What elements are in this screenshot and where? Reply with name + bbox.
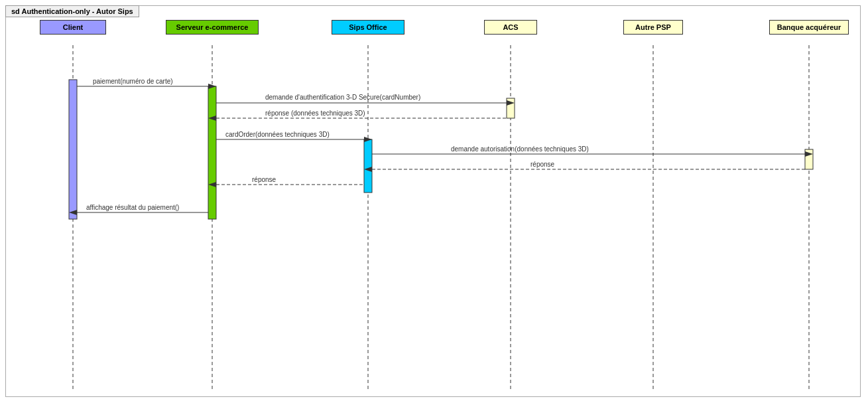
lifeline-serveur: Serveur e-commerce [166, 20, 259, 35]
lifeline-client: Client [40, 20, 106, 35]
diagram-border [5, 5, 861, 397]
lifeline-autre: Autre PSP [623, 20, 683, 35]
lifeline-banque: Banque acquéreur [769, 20, 849, 35]
lifeline-acs: ACS [484, 20, 537, 35]
diagram-container: sd Authentication-only - Autor Sips Clie… [0, 0, 868, 403]
title-bar: sd Authentication-only - Autor Sips [5, 5, 139, 17]
lifeline-sips: Sips Office [332, 20, 404, 35]
